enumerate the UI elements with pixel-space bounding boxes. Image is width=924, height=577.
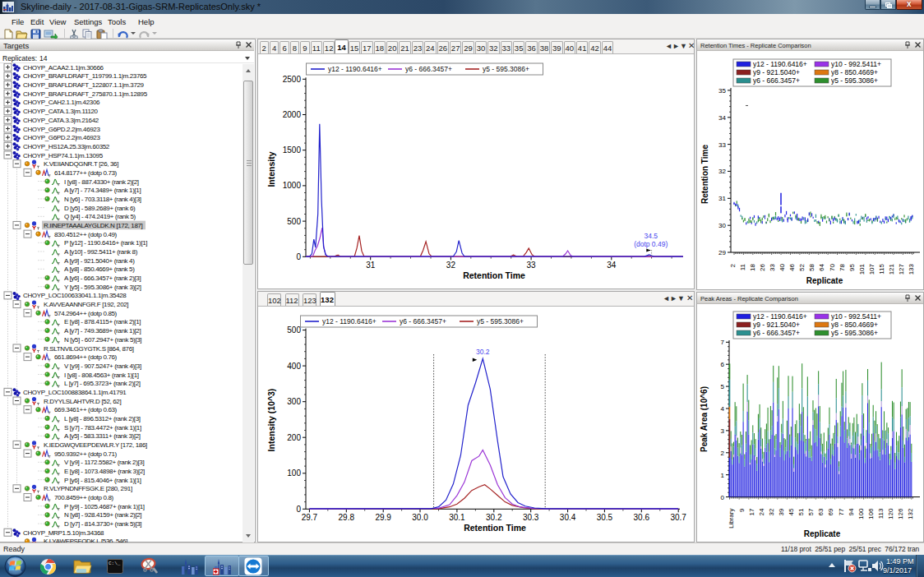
svg-text:(dotp 0.49): (dotp 0.49) <box>634 240 668 248</box>
svg-text:P [y6] - 815.4046+ (rank 1)[1]: P [y6] - 815.4046+ (rank 1)[1] <box>64 477 141 484</box>
svg-text:y9 - 921.5040+: y9 - 921.5040+ <box>753 68 800 76</box>
svg-text:2000: 2000 <box>283 110 302 119</box>
svg-text:V [y9] - 907.5247+ (rank 4)[3]: V [y9] - 907.5247+ (rank 4)[3] <box>64 362 141 370</box>
svg-text:CHOYP_HS12A.25.33|m.60352: CHOYP_HS12A.25.33|m.60352 <box>23 143 110 150</box>
svg-text:Retention Time: Retention Time <box>463 270 525 280</box>
svg-text:CHOYP_CATA.3.3|m.21642: CHOYP_CATA.3.3|m.21642 <box>23 117 99 124</box>
svg-text:CHOYP_BRAFLDRAFT_119799.1.1|m.: CHOYP_BRAFLDRAFT_119799.1.1|m.23765 <box>23 72 147 80</box>
svg-text:L [y7] - 695.3723+ (rank 2)[2]: L [y7] - 695.3723+ (rank 2)[2] <box>64 380 141 387</box>
svg-text:200: 200 <box>287 433 301 442</box>
svg-text:63: 63 <box>817 508 825 515</box>
svg-text:31: 31 <box>366 261 376 270</box>
svg-text:6: 6 <box>721 361 725 368</box>
svg-text:113: 113 <box>877 508 885 519</box>
svg-text:70: 70 <box>829 263 836 270</box>
svg-text:34: 34 <box>718 114 726 122</box>
svg-text:y10 - 992.5411+: y10 - 992.5411+ <box>831 60 881 68</box>
svg-text:2500: 2500 <box>283 75 302 84</box>
svg-text:5: 5 <box>721 383 725 390</box>
svg-text:y12 - 1190.6416+: y12 - 1190.6416+ <box>753 312 807 321</box>
svg-text:40: 40 <box>778 263 786 270</box>
svg-text:30.3: 30.3 <box>523 513 539 522</box>
svg-text:R.SLTNVILGGYGTK.S [864, 876]: R.SLTNVILGGYGTK.S [864, 876] <box>44 345 134 353</box>
svg-text:11: 11 <box>739 263 746 270</box>
svg-text:29.9: 29.9 <box>375 513 391 522</box>
svg-text:1000: 1000 <box>283 181 302 190</box>
svg-text:A [y9] - 921.5040+ (rank 4): A [y9] - 921.5040+ (rank 4) <box>64 257 135 265</box>
svg-text:Replicate: Replicate <box>804 529 841 538</box>
svg-text:500: 500 <box>287 325 301 335</box>
svg-text:CHOYP_BRAFLDRAFT_275870.1.1|m.: CHOYP_BRAFLDRAFT_275870.1.1|m.12895 <box>23 90 148 98</box>
svg-text:133: 133 <box>908 263 915 275</box>
svg-text:29.8: 29.8 <box>339 513 355 522</box>
svg-text:y6 - 666.3457+: y6 - 666.3457+ <box>753 329 800 337</box>
svg-text:45: 45 <box>788 508 795 515</box>
svg-text:R.IINEPTAAALAYGLDK.N [172, 187: R.IINEPTAAALAYGLDK.N [172, 187] <box>44 222 143 229</box>
svg-text:Peak Area (10^6): Peak Area (10^6) <box>700 386 709 452</box>
svg-text:1500: 1500 <box>283 145 302 155</box>
svg-text:A [y5] - 583.3311+ (rank 3)[2]: A [y5] - 583.3311+ (rank 3)[2] <box>64 432 141 440</box>
svg-text:100: 100 <box>287 469 301 478</box>
svg-text:Retention Time: Retention Time <box>464 523 526 533</box>
svg-text:33: 33 <box>718 141 726 149</box>
svg-text:0: 0 <box>296 505 301 514</box>
svg-text:0: 0 <box>296 252 301 261</box>
svg-text:Replicate: Replicate <box>806 276 843 285</box>
svg-text:58: 58 <box>808 263 815 270</box>
svg-text:y6 - 666.3457+: y6 - 666.3457+ <box>400 317 446 325</box>
svg-text:3: 3 <box>721 427 725 435</box>
svg-text:K.VEIIANDQGNR.T [26, 36]: K.VEIIANDQGNR.T [26, 36] <box>44 160 118 168</box>
svg-text:9: 9 <box>738 508 746 512</box>
svg-text:A [y10] - 992.5411+ (rank 8): A [y10] - 992.5411+ (rank 8) <box>64 248 138 256</box>
svg-text:30.2: 30.2 <box>476 348 490 356</box>
svg-text:CHOYP_LOC100633041.1.1|m.35428: CHOYP_LOC100633041.1.1|m.35428 <box>23 292 127 299</box>
svg-text:30.5: 30.5 <box>597 513 613 522</box>
svg-text:y6 - 666.3457+: y6 - 666.3457+ <box>405 65 452 73</box>
svg-text:30.4: 30.4 <box>560 513 576 522</box>
svg-text:30: 30 <box>718 222 726 229</box>
svg-text:y12 - 1190.6416+: y12 - 1190.6416+ <box>753 60 807 68</box>
svg-text:77: 77 <box>838 508 845 515</box>
svg-text:39: 39 <box>778 508 785 515</box>
svg-text:100: 100 <box>857 508 865 519</box>
svg-text:A [y7] - 774.3489+ (rank 1)[1]: A [y7] - 774.3489+ (rank 1)[1] <box>64 187 141 194</box>
svg-text:P [y9] - 1025.4687+ (rank 1)[1: P [y9] - 1025.4687+ (rank 1)[1] <box>64 503 145 510</box>
svg-text:700.8459++ (dotp 0.8): 700.8459++ (dotp 0.8) <box>54 494 114 501</box>
svg-text:830.4512++ (dotp 0.49): 830.4512++ (dotp 0.49) <box>54 231 118 238</box>
svg-text:30.1: 30.1 <box>449 513 465 522</box>
svg-text:A [y7] - 749.3689+ (rank 1)[2]: A [y7] - 749.3689+ (rank 1)[2] <box>64 327 141 335</box>
svg-text:30.6: 30.6 <box>634 513 650 522</box>
svg-text:y10 - 992.5411+: y10 - 992.5411+ <box>831 312 881 321</box>
svg-text:29: 29 <box>718 249 726 256</box>
svg-text:95: 95 <box>848 263 856 270</box>
svg-text:32: 32 <box>446 261 456 270</box>
svg-text:CHOYP_LOC100883864.1.1|m.41791: CHOYP_LOC100883864.1.1|m.41791 <box>23 389 127 396</box>
svg-text:0: 0 <box>721 494 725 501</box>
svg-text:30.7: 30.7 <box>670 513 686 522</box>
svg-text:18: 18 <box>749 263 756 270</box>
svg-text:Intensity: Intensity <box>266 151 276 187</box>
svg-text:115: 115 <box>878 263 885 274</box>
svg-text:31: 31 <box>718 195 726 202</box>
svg-text:29.7: 29.7 <box>302 513 318 522</box>
svg-text:661.8694++ (dotp 0.76): 661.8694++ (dotp 0.76) <box>54 353 118 361</box>
svg-text:V [y9] - 1172.5582+ (rank 2)[3: V [y9] - 1172.5582+ (rank 2)[3] <box>64 459 144 466</box>
svg-text:121: 121 <box>888 263 895 275</box>
svg-text:34: 34 <box>607 261 617 270</box>
svg-text:S [y7] - 783.4472+ (rank 1)[1]: S [y7] - 783.4472+ (rank 1)[1] <box>64 424 141 432</box>
svg-text:7: 7 <box>721 339 725 346</box>
svg-text:78: 78 <box>839 263 846 270</box>
svg-text:y5 - 595.3086+: y5 - 595.3086+ <box>483 65 529 73</box>
svg-text:N [y8] - 928.4159+ (rank 2)[2]: N [y8] - 928.4159+ (rank 2)[2] <box>64 511 141 519</box>
svg-text:52: 52 <box>798 263 806 270</box>
svg-text:126: 126 <box>897 508 904 519</box>
svg-text:CHOYP_MRP1.5.10|m.34368: CHOYP_MRP1.5.10|m.34368 <box>23 529 104 537</box>
svg-text:P [y12] - 1190.6416+ (rank 1)[: P [y12] - 1190.6416+ (rank 1)[1] <box>64 239 147 247</box>
svg-text:46: 46 <box>788 263 796 270</box>
svg-text:300: 300 <box>287 397 301 406</box>
svg-text:Library: Library <box>728 509 736 529</box>
svg-text:35: 35 <box>718 87 726 95</box>
svg-text:26: 26 <box>759 263 766 270</box>
svg-text:R.VLYPNDNFFSGK.E [280, 291]: R.VLYPNDNFFSGK.E [280, 291] <box>44 485 132 492</box>
svg-text:CHOYP_HSP74.1.1|m.13095: CHOYP_HSP74.1.1|m.13095 <box>23 152 104 159</box>
